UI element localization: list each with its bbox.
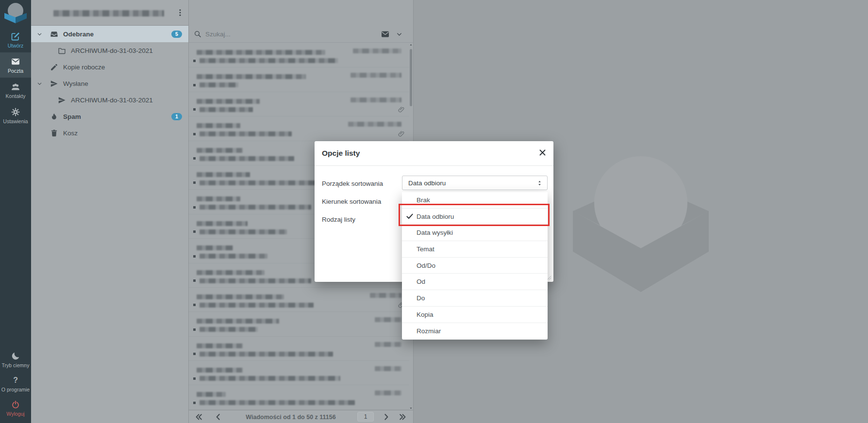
dropdown-option-label: Od/Do — [417, 262, 435, 269]
next-page-button[interactable] — [382, 413, 390, 421]
first-page-button[interactable] — [195, 413, 203, 421]
folder-item-kosz[interactable]: Kosz — [31, 125, 188, 141]
select-updown-icon — [536, 179, 543, 187]
people-icon — [11, 82, 20, 92]
chevron-down-icon[interactable] — [396, 31, 402, 37]
scroll-down-icon[interactable] — [409, 407, 413, 410]
rail-item-ustawienia[interactable]: Ustawienia — [0, 103, 31, 128]
date-redacted — [375, 366, 401, 371]
rail-bottom: Tryb ciemny?O programieWyloguj — [0, 347, 31, 420]
dropdown-option[interactable]: Od/Do — [402, 258, 548, 274]
subject-redacted — [200, 58, 338, 63]
sender-redacted — [197, 99, 260, 104]
dots-vertical-icon[interactable] — [176, 8, 184, 17]
unread-marker — [193, 108, 196, 111]
gear-icon — [11, 107, 20, 117]
dropdown-option-label: Kopia — [417, 311, 434, 318]
rail-item-wyloguj[interactable]: Wyloguj — [0, 396, 31, 420]
rail-item-o-programie[interactable]: ?O programie — [0, 372, 31, 396]
message-row[interactable] — [189, 312, 409, 336]
unread-marker — [193, 60, 196, 62]
compose-icon — [11, 32, 20, 41]
dropdown-option[interactable]: Brak — [402, 192, 548, 209]
dropdown-option[interactable]: Kopia — [402, 307, 548, 323]
sender-redacted — [197, 392, 226, 397]
folder-item-archiwum-wyslane[interactable]: ARCHIWUM-do-31-03-2021 — [31, 92, 188, 108]
scrollbar-thumb[interactable] — [410, 49, 412, 106]
sort-order-value: Data odbioru — [408, 179, 446, 187]
message-row[interactable] — [189, 361, 409, 385]
rail-item-poczta[interactable]: Poczta — [0, 52, 31, 78]
dropdown-option-label: Brak — [417, 196, 430, 204]
folder-label: Kosz — [63, 130, 78, 137]
dropdown-option[interactable]: Data odbioru — [402, 209, 548, 225]
unread-marker — [193, 377, 196, 380]
unread-marker — [193, 230, 196, 233]
subject-redacted — [200, 107, 253, 112]
rail-nav: UtwórzPocztaKontaktyUstawienia — [0, 27, 31, 128]
message-row[interactable] — [189, 43, 409, 67]
folder-label: Wysłane — [63, 80, 88, 87]
date-redacted — [375, 342, 401, 347]
unread-marker — [193, 157, 196, 160]
message-row[interactable] — [189, 385, 409, 409]
sort-order-select[interactable]: Data odbioru — [402, 176, 548, 190]
envelope-icon — [11, 57, 20, 66]
account-name-redacted — [53, 10, 164, 16]
unread-marker — [193, 402, 196, 404]
date-redacted — [351, 73, 401, 78]
envelope-filter-icon[interactable] — [381, 30, 390, 39]
subject-redacted — [200, 131, 292, 136]
unread-badge: 5 — [171, 31, 182, 38]
message-row[interactable] — [189, 288, 409, 312]
sender-redacted — [197, 148, 243, 153]
app-logo[interactable] — [0, 0, 31, 27]
folder-label: ARCHIWUM-do-31-03-2021 — [71, 47, 153, 54]
scroll-up-icon[interactable] — [409, 43, 413, 47]
dropdown-option-label: Od — [417, 278, 425, 285]
folder-item-kopie-robocze[interactable]: Kopie robocze — [31, 59, 188, 75]
left-rail: UtwórzPocztaKontaktyUstawienia Tryb ciem… — [0, 0, 31, 423]
date-redacted — [370, 293, 401, 298]
power-icon — [11, 400, 20, 409]
dropdown-option[interactable]: Rozmiar — [402, 323, 548, 340]
prev-page-button[interactable] — [214, 413, 222, 421]
date-redacted — [351, 98, 401, 102]
chevron-down-icon — [37, 81, 42, 86]
sort-direction-label: Kierunek sortowania — [322, 198, 381, 205]
sender-redacted — [197, 221, 248, 226]
date-redacted — [375, 317, 401, 322]
folder-list: Odebrane5ARCHIWUM-do-31-03-2021Kopie rob… — [31, 26, 188, 141]
unread-marker — [193, 206, 196, 209]
message-row[interactable] — [189, 67, 409, 92]
folder-panel: Odebrane5ARCHIWUM-do-31-03-2021Kopie rob… — [31, 0, 188, 423]
folder-item-spam[interactable]: Spam1 — [31, 108, 188, 125]
folder-item-archiwum-odebrane[interactable]: ARCHIWUM-do-31-03-2021 — [31, 42, 188, 59]
message-row[interactable] — [189, 92, 409, 116]
close-icon[interactable] — [538, 148, 547, 157]
rail-item-utworz[interactable]: Utwórz — [0, 27, 31, 52]
message-row[interactable] — [189, 116, 409, 141]
dropdown-option[interactable]: Data wysyłki — [402, 225, 548, 241]
send-icon — [50, 80, 58, 88]
paperclip-icon — [398, 106, 405, 114]
last-page-button[interactable] — [399, 413, 407, 421]
dropdown-option[interactable]: Do — [402, 290, 548, 307]
rail-item-tryb-ciemny[interactable]: Tryb ciemny — [0, 347, 31, 372]
folder-label: Spam — [63, 113, 81, 120]
folder-item-wyslane[interactable]: Wysłane — [31, 75, 188, 92]
message-row[interactable] — [189, 337, 409, 361]
dropdown-option[interactable]: Od — [402, 274, 548, 290]
sender-redacted — [197, 50, 325, 55]
folder-item-odebrane[interactable]: Odebrane5 — [31, 26, 188, 42]
rail-item-kontakty[interactable]: Kontakty — [0, 78, 31, 103]
unread-marker — [193, 328, 196, 331]
unread-marker — [193, 255, 196, 258]
page-number-input[interactable] — [357, 412, 374, 422]
search-input[interactable] — [205, 29, 366, 39]
rail-item-label: Utwórz — [8, 43, 24, 49]
list-type-label: Rodzaj listy — [322, 216, 355, 223]
subject-redacted — [200, 400, 355, 405]
subject-redacted — [200, 229, 287, 234]
dropdown-option[interactable]: Temat — [402, 241, 548, 258]
